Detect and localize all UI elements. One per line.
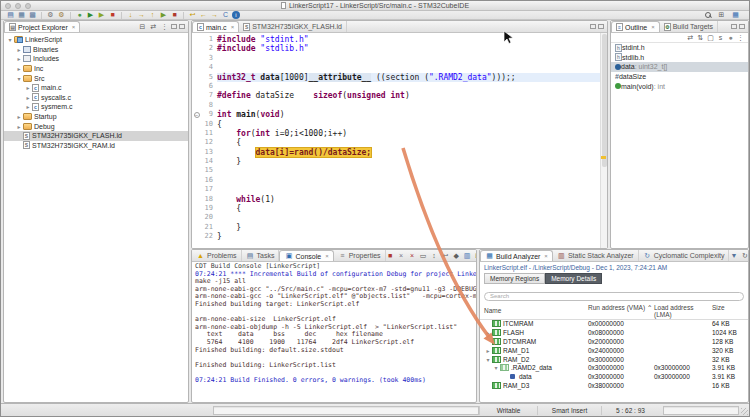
tab-project-explorer[interactable]: ▤ Project Explorer× <box>4 21 80 32</box>
editor-line-2[interactable]: 2#include "stdlib.h" <box>192 44 607 53</box>
view-tab-memory-details[interactable]: Memory Details <box>545 273 602 284</box>
memory-search-input[interactable] <box>484 292 744 301</box>
tab-properties[interactable]: ≡Properties <box>334 250 386 261</box>
open-console-icon[interactable]: ⊞ <box>474 252 477 260</box>
tab-outline[interactable]: ≡Outline× <box>611 21 660 32</box>
terminate-icon[interactable]: ■ <box>386 252 395 260</box>
editor-line-4[interactable]: 4 <box>192 63 607 72</box>
scroll-lock-icon[interactable]: ↕ <box>430 252 439 260</box>
tree-item-stm32h735igkx-ram-ld[interactable]: SSTM32H735IGKX_RAM.ld <box>4 141 188 151</box>
expander-icon[interactable]: ▸ <box>15 113 23 120</box>
tab-build-targets[interactable]: ⚙Build Targets <box>660 21 718 32</box>
sort-icon[interactable]: ⇅ <box>696 34 705 42</box>
stop-icon[interactable]: ■ <box>108 11 117 19</box>
forward-icon[interactable]: → <box>210 11 219 19</box>
clear-console-icon[interactable]: ▭ <box>419 252 428 260</box>
maximize-icon[interactable] <box>598 24 604 29</box>
tree-item-syscalls-c[interactable]: ▸csyscalls.c <box>4 93 188 103</box>
link-editor-icon[interactable]: ⇄ <box>686 34 695 42</box>
tab-tasks[interactable]: ▤Tasks <box>242 250 280 261</box>
column-header-run[interactable]: Run address (VMA) ⌃ <box>588 304 654 318</box>
console-output[interactable]: CDT Build Console [LinkerScript]07:24:21… <box>192 262 476 402</box>
view-menu-icon[interactable]: ⋮ <box>160 23 169 31</box>
close-icon[interactable]: × <box>72 24 76 30</box>
build-icon[interactable]: ⚙ <box>46 11 55 19</box>
editor-line-6[interactable]: 6 <box>192 82 607 91</box>
editor-line-20[interactable]: 20 <box>192 213 607 222</box>
memory-row-itcmram[interactable]: ITCMRAM0x0000000064 KB <box>480 320 748 329</box>
link-editor-icon[interactable]: ⇄ <box>149 23 158 31</box>
close-icon[interactable]: × <box>231 24 235 30</box>
maximize-icon[interactable] <box>739 24 745 29</box>
expander-icon[interactable]: ▸ <box>24 103 32 110</box>
memory-row-ram-d3[interactable]: RAM_D30x3800000016 KB <box>480 381 748 390</box>
editor-line-19[interactable]: 19 { <box>192 204 607 213</box>
cpp-perspective-icon[interactable]: ▦ <box>731 11 740 19</box>
build-all-icon[interactable]: ⚙ <box>57 11 66 19</box>
tree-item-binaries[interactable]: ▸Binaries <box>4 45 188 55</box>
tree-item-sysmem-c[interactable]: ▸csysmem.c <box>4 102 188 112</box>
c-element-icon[interactable]: C <box>221 11 230 19</box>
pin-console-icon[interactable]: ◆ <box>452 252 461 260</box>
debug-icon[interactable]: ● <box>75 11 84 19</box>
code-editor[interactable]: 1#include "stdint.h"2#include "stdlib.h"… <box>192 33 607 248</box>
editor-line-17[interactable]: 17 <box>192 185 607 194</box>
expander-icon[interactable]: ▸ <box>484 329 492 336</box>
tree-item-startup[interactable]: ▸Startup <box>4 112 188 122</box>
expander-icon[interactable]: ▸ <box>484 347 492 354</box>
memory-row-ram-d1[interactable]: ▸RAM_D10x24000000320 KB <box>480 346 748 355</box>
tree-item-debug[interactable]: ▸Debug <box>4 121 188 131</box>
editor-line-14[interactable]: 14 } <box>192 157 607 166</box>
expander-icon[interactable]: ▸ <box>15 55 23 62</box>
view-menu-icon[interactable]: ⋮ <box>736 34 745 42</box>
outline-item-main-void-[interactable]: main(void) : int <box>611 81 748 91</box>
editor-line-16[interactable]: 16 <box>192 176 607 185</box>
tab-build-analyzer[interactable]: ▦Build Analyzer× <box>480 250 553 261</box>
memory-row-flash[interactable]: ▸FLASH0x080000001024 KB <box>480 328 748 337</box>
expander-icon[interactable]: ▸ <box>24 84 32 91</box>
step-return-icon[interactable]: ↑ <box>148 11 157 19</box>
tree-item-src[interactable]: ▾Src <box>4 73 188 83</box>
expander-icon[interactable]: ▾ <box>6 36 14 43</box>
tree-item-inc[interactable]: ▸Inc <box>4 64 188 74</box>
back-icon[interactable]: ← <box>199 11 208 19</box>
close-icon[interactable]: × <box>544 253 548 259</box>
editor-line-9[interactable]: −9int main(void) <box>192 110 607 119</box>
tab-console[interactable]: ▣Console× <box>279 250 333 261</box>
last-edit-icon[interactable]: ↩ <box>188 11 197 19</box>
view-tab-memory-regions[interactable]: Memory Regions <box>484 273 545 284</box>
minimize-icon[interactable] <box>731 24 737 29</box>
tree-item-stm32h735igkx-flash-ld[interactable]: SSTM32H735IGKX_FLASH.ld <box>4 131 188 141</box>
minimize-icon[interactable] <box>590 24 596 29</box>
editor-line-5[interactable]: 5uint32_t data[1000]__attribute__ ((sect… <box>192 73 607 82</box>
close-icon[interactable]: × <box>651 24 655 30</box>
display-console-icon[interactable]: ▥ <box>463 252 472 260</box>
new-icon[interactable]: ▤ <box>6 11 15 19</box>
outline-item-datasize[interactable]: # dataSize <box>611 72 748 82</box>
outline-item-data[interactable]: data : uint32_t[] <box>611 62 748 72</box>
expander-icon[interactable]: ▾ <box>484 356 492 363</box>
memory-row-dtcmram[interactable]: DTCMRAM0x20000000128 KB <box>480 337 748 346</box>
profile-icon[interactable]: ▶ <box>97 11 106 19</box>
editor-line-8[interactable]: 8 <box>192 101 607 110</box>
fold-minus-icon[interactable]: − <box>194 112 200 118</box>
maximize-icon[interactable] <box>179 24 185 29</box>
editor-line-18[interactable]: 18 while(1) <box>192 195 607 204</box>
editor-line-1[interactable]: 1#include "stdint.h" <box>192 35 607 44</box>
expander-icon[interactable]: ▸ <box>15 65 23 72</box>
refresh-icon[interactable]: ↻ <box>740 252 749 260</box>
editor-line-7[interactable]: 7#define dataSize sizeof(unsigned int) <box>192 91 607 100</box>
hide-non-public-icon[interactable]: ● <box>726 34 735 42</box>
resize-grip[interactable] <box>741 408 748 415</box>
expander-icon[interactable]: ▸ <box>15 123 23 130</box>
terminate-icon[interactable]: ■ <box>170 11 179 19</box>
editor-line-3[interactable]: 3 <box>192 54 607 63</box>
editor-line-15[interactable]: 15 <box>192 166 607 175</box>
editor-line-13[interactable]: 13 data[i]=rand()/dataSize; <box>192 148 607 157</box>
close-icon[interactable]: × <box>325 253 329 259</box>
editor-line-22[interactable]: 22} <box>192 232 607 241</box>
expander-icon[interactable]: ▾ <box>492 364 500 371</box>
minimize-icon[interactable] <box>171 24 177 29</box>
run-icon[interactable]: ▶ <box>86 11 95 19</box>
outline-item-stdint-h[interactable]: h stdint.h <box>611 43 748 53</box>
